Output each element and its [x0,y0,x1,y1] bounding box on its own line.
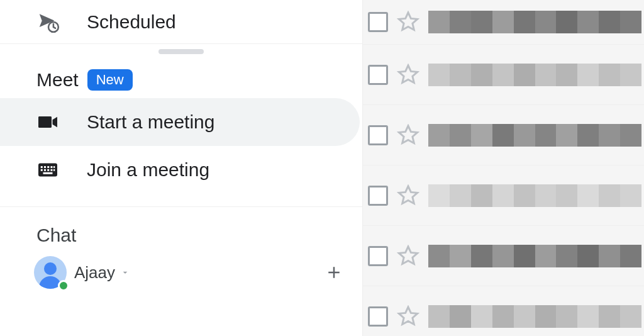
redacted-text [428,11,641,33]
redacted-text [428,124,641,147]
select-checkbox[interactable] [368,246,388,266]
add-chat-button[interactable] [325,263,343,282]
redacted-text [428,245,641,267]
star-icon[interactable] [397,245,419,267]
sidebar: Scheduled Meet New Start a meeting [0,0,362,336]
select-checkbox[interactable] [368,12,388,32]
avatar [34,256,67,289]
scheduled-label: Scheduled [87,11,176,33]
redacted-text [428,184,641,207]
scheduled-icon [36,10,62,34]
keyboard-icon [36,159,62,181]
presence-indicator [58,280,69,291]
join-meeting-label: Join a meeting [87,159,209,181]
svg-rect-6 [51,166,53,168]
star-icon[interactable] [397,305,419,328]
star-icon[interactable] [397,184,419,207]
svg-rect-10 [47,169,49,171]
svg-rect-11 [51,169,53,171]
start-meeting-button[interactable]: Start a meeting [0,98,360,146]
select-checkbox[interactable] [368,186,388,206]
message-row[interactable] [363,104,644,165]
chat-user-row[interactable]: Ajaay [0,252,362,289]
select-checkbox[interactable] [368,65,388,85]
svg-rect-8 [41,169,43,171]
redacted-text [428,305,641,328]
select-checkbox[interactable] [368,306,388,327]
sidebar-item-scheduled[interactable]: Scheduled [0,0,362,44]
star-icon[interactable] [397,11,419,33]
message-row[interactable] [363,225,644,286]
message-row[interactable] [363,286,644,336]
message-row[interactable] [363,44,644,104]
svg-rect-5 [47,166,49,168]
chevron-down-icon[interactable] [120,267,130,277]
select-checkbox[interactable] [368,125,388,145]
svg-rect-13 [43,172,53,174]
message-row[interactable] [363,0,644,44]
redacted-text [428,64,641,86]
star-icon[interactable] [397,64,419,86]
chat-section-header: Chat [0,207,362,252]
meet-title: Meet [36,69,79,91]
join-meeting-button[interactable]: Join a meeting [0,146,360,194]
svg-rect-9 [44,169,46,171]
svg-rect-3 [41,166,43,168]
svg-rect-7 [53,166,55,168]
new-badge: New [87,69,133,91]
video-camera-icon [36,111,62,133]
star-icon[interactable] [397,124,419,147]
message-row[interactable] [363,165,644,225]
svg-rect-4 [44,166,46,168]
svg-rect-12 [53,169,55,171]
meet-section-header: Meet New [0,52,362,98]
chat-title: Chat [36,225,76,245]
chat-user-name: Ajaay [74,263,115,283]
start-meeting-label: Start a meeting [87,111,214,133]
inbox-list [362,0,644,336]
